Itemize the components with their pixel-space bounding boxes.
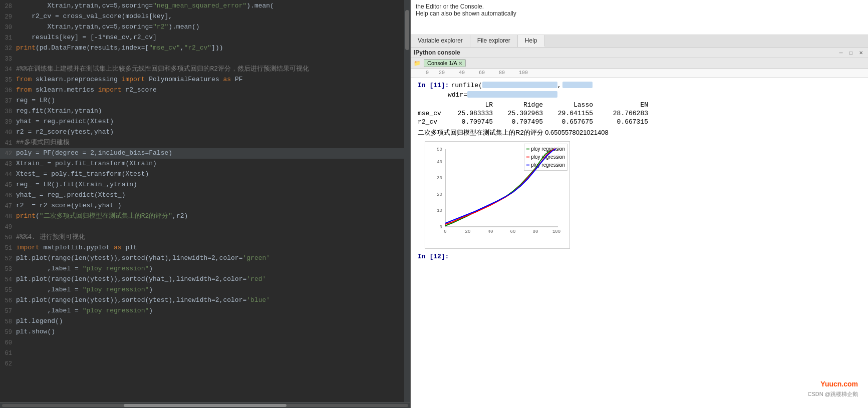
tab-file-explorer[interactable]: File explorer (470, 35, 518, 47)
close-icon[interactable]: ✕ (857, 49, 865, 57)
line-content: reg.fit(Xtrain,ytrain) (16, 106, 402, 116)
console-output-area[interactable]: In [11]: runfile( , wdir= LR Ridge Lasso… (411, 78, 868, 408)
editor-scrollbar[interactable] (404, 0, 410, 402)
line-content (16, 337, 402, 347)
ruler-mark-80: 80 (499, 70, 505, 76)
line-number: 36 (2, 86, 16, 96)
svg-text:0: 0 (444, 229, 446, 234)
line-number: 38 (2, 107, 16, 117)
table-row-mse: mse_cv 25.083333 25.302963 29.641155 28.… (418, 109, 861, 118)
line-content: print(pd.DataFrame(results,index=["mse_c… (16, 43, 402, 53)
line-content: from sklearn.preprocessing import Polyno… (16, 75, 402, 85)
code-token: r2_cv = cross_val_score(models[key], (16, 13, 172, 20)
line-number: 44 (2, 170, 16, 180)
tab-variable-explorer[interactable]: Variable explorer (411, 35, 470, 47)
code-token: PF (231, 76, 242, 83)
line-number: 32 (2, 44, 16, 54)
scrollbar-thumb[interactable] (405, 10, 409, 50)
line-number: 29 (2, 12, 16, 22)
code-line-36: 36from sklearn.metrics import r2_score (0, 85, 404, 96)
prompt-in11: In [11]: runfile( , (418, 82, 861, 89)
line-content: poly = PF(degree = 2,include_bias=False) (16, 148, 402, 158)
code-token: ) (149, 286, 153, 293)
code-token: plt.show() (16, 328, 55, 335)
mse-lr: 25.083333 (448, 109, 498, 118)
line-content: ,label = "ploy regression") (16, 285, 402, 295)
help-text-1: the Editor or the Console. (416, 3, 863, 10)
code-line-62: 62 (0, 358, 404, 369)
table-row-r2: r2_cv 0.709745 0.707495 0.657675 0.66731… (418, 118, 861, 126)
minimize-icon[interactable]: ─ (837, 49, 845, 57)
tab-help[interactable]: Help (518, 35, 545, 47)
line-number: 45 (2, 180, 16, 190)
console-tab-1[interactable]: Console 1/A ✕ (424, 59, 466, 67)
code-token: reg_ = LR().fit(Xtrain_,ytrain) (16, 181, 137, 188)
line-content: print("二次多项式回归模型在测试集上的R2的评分",r2) (16, 211, 402, 221)
code-line-47: 47r2_ = r2_score(ytest,yhat_) (0, 201, 404, 211)
code-line-52: 52plt.plot(range(len(ytest)),sorted(yhat… (0, 253, 404, 264)
code-token: (pd.DataFrame(results,index=[ (36, 44, 149, 52)
code-token: import (98, 86, 122, 94)
ruler-mark-20: 20 (439, 70, 445, 76)
code-token: "ploy regression" (83, 307, 149, 314)
help-text-2: Help can also be shown automatically (416, 10, 863, 17)
tabs-bar: Variable explorer File explorer Help (411, 35, 868, 48)
line-number: 43 (2, 159, 16, 169)
r2-lr: 0.709745 (448, 118, 498, 126)
code-line-50: 50#%%4. 进行预测可视化 (0, 232, 404, 243)
scrollbar-thumb-h[interactable] (124, 404, 286, 407)
code-token: , (180, 44, 184, 52)
line-content: plt.plot(range(len(ytest)),sorted(yhat_)… (16, 274, 402, 284)
code-token: ( (36, 212, 40, 220)
code-token: ,label = (16, 307, 83, 314)
code-token: ,label = (16, 286, 83, 293)
code-token: 'blue' (246, 296, 270, 304)
line-number: 41 (2, 138, 16, 148)
code-line-48: 48print("二次多项式回归模型在测试集上的R2的评分",r2) (0, 211, 404, 222)
r2-lasso: 0.657675 (548, 118, 598, 126)
code-line-30: 30 Xtrain,ytrain,cv=5,scoring="r2").mean… (0, 22, 404, 33)
maximize-icon[interactable]: □ (847, 49, 855, 57)
line-number: 40 (2, 128, 16, 138)
col-lasso: Lasso (548, 101, 598, 109)
line-number: 42 (2, 149, 16, 159)
code-token: plt.plot(range(len(ytest)),sorted(yhat),… (16, 254, 242, 262)
in11-code: runfile( (451, 82, 482, 89)
console-tab-close[interactable]: ✕ (458, 61, 462, 66)
code-line-33: 33 (0, 54, 404, 64)
code-token: sklearn.preprocessing (32, 76, 121, 83)
results-table: LR Ridge Lasso EN mse_cv 25.083333 25.30… (418, 101, 861, 126)
code-token: from (16, 76, 32, 83)
code-lines[interactable]: 28 Xtrain,ytrain,cv=5,scoring="neg_mean_… (0, 0, 404, 402)
prompt-wdir: wdir= (418, 91, 861, 99)
line-number: 39 (2, 117, 16, 127)
in11-prompt: In [11]: (418, 82, 449, 89)
code-token: r2_score (122, 86, 157, 94)
line-content: reg = LR() (16, 96, 402, 106)
horizontal-scrollbar[interactable] (0, 402, 410, 408)
code-line-51: 51import matplotlib.pyplot as plt (0, 243, 404, 253)
code-token: Xtrain_ = poly.fit_transform(Xtrain) (16, 160, 157, 167)
line-number: 54 (2, 275, 16, 285)
console-tab-bar: 📁 Console 1/A ✕ (411, 58, 868, 69)
code-line-39: 39yhat = reg.predict(Xtest) (0, 117, 404, 127)
code-token: "ploy regression" (83, 286, 149, 293)
code-line-37: 37reg = LR() (0, 96, 404, 106)
scrollbar-track (2, 404, 408, 407)
folder-icon[interactable]: 📁 (414, 60, 421, 67)
line-number: 61 (2, 348, 16, 358)
line-number: 62 (2, 359, 16, 369)
line-content: r2_cv = cross_val_score(models[key], (16, 12, 402, 22)
code-line-61: 61 (0, 348, 404, 358)
code-token: #%%在训练集上建模并在测试集上比较多元线性回归和多项式回归的R2评分，然后进行… (16, 65, 309, 73)
code-token: yhat = reg.predict(Xtest) (16, 118, 114, 125)
code-token: matplotlib.pyplot (40, 244, 114, 251)
blurred-path-1 (482, 82, 557, 88)
line-content (16, 348, 402, 358)
code-token: plt.plot(range(len(ytest)),sorted(ytest)… (16, 296, 246, 304)
table-header-row: LR Ridge Lasso EN (448, 101, 861, 109)
code-token: r2 = r2_score(ytest,yhat) (16, 128, 114, 136)
line-number: 48 (2, 212, 16, 222)
line-content: Xtrain_ = poly.fit_transform(Xtrain) (16, 159, 402, 169)
blurred-path-2 (562, 82, 593, 88)
